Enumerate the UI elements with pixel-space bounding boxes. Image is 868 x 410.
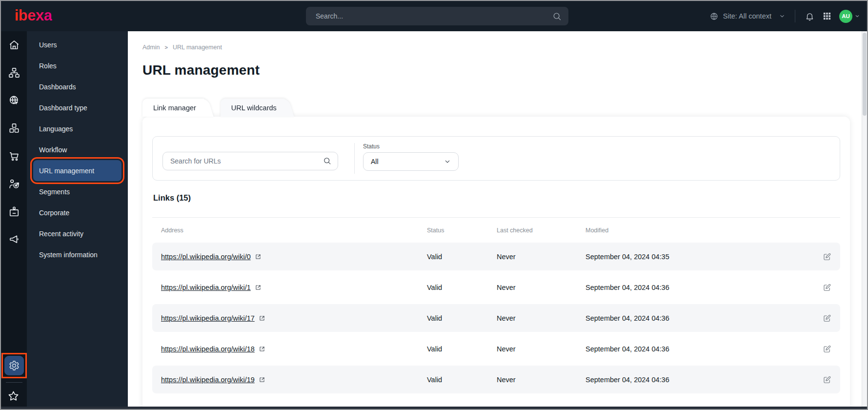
site-globe-icon[interactable] <box>7 93 21 108</box>
sidebar-item-users[interactable]: Users <box>33 34 121 55</box>
modified-value: September 04, 2024 04:35 <box>585 253 812 261</box>
last-checked-value: Never <box>497 345 585 353</box>
breadcrumb-current: URL management <box>173 44 222 51</box>
sidebar-item-roles[interactable]: Roles <box>33 55 121 76</box>
modified-value: September 04, 2024 04:36 <box>585 345 812 353</box>
column-status: Status <box>427 227 497 234</box>
column-modified: Modified <box>585 227 812 234</box>
breadcrumb-admin[interactable]: Admin <box>142 44 160 51</box>
status-value: Valid <box>427 314 497 322</box>
external-link-icon <box>259 346 265 352</box>
last-checked-value: Never <box>497 284 585 291</box>
status-label: Status <box>363 143 459 150</box>
status-select[interactable]: All <box>363 152 459 171</box>
filter-bar: Status All <box>152 136 840 181</box>
external-link-icon <box>259 376 265 383</box>
globe-icon <box>709 12 719 21</box>
modified-value: September 04, 2024 04:36 <box>585 314 812 322</box>
url-link[interactable]: https://pl.wikipedia.org/wiki/17 <box>161 314 255 322</box>
table-row: https://pl.wikipedia.org/wiki/19 Valid N… <box>152 366 840 393</box>
commerce-cart-icon[interactable] <box>7 149 21 164</box>
external-link-icon <box>255 284 262 291</box>
ibexa-logo: ibexa <box>15 7 52 24</box>
last-checked-value: Never <box>497 376 585 384</box>
sidebar-item-workflow[interactable]: Workflow <box>33 139 121 160</box>
filter-divider <box>354 143 355 174</box>
table-row: https://pl.wikipedia.org/wiki/0 Valid Ne… <box>152 243 840 270</box>
engage-target-icon[interactable] <box>7 177 21 191</box>
external-link-icon <box>259 315 265 322</box>
window-bottom-edge <box>1 407 867 409</box>
edit-icon[interactable] <box>823 252 831 261</box>
sidebar-item-languages[interactable]: Languages <box>33 118 121 139</box>
last-checked-value: Never <box>497 314 585 322</box>
topbar-divider <box>795 10 795 22</box>
table-row: https://pl.wikipedia.org/wiki/18 Valid N… <box>152 335 840 363</box>
status-value: Valid <box>427 376 497 384</box>
corporate-badge-icon[interactable] <box>7 205 21 219</box>
chevron-down-icon <box>779 13 786 20</box>
user-menu[interactable]: AU <box>839 10 860 23</box>
edit-icon[interactable] <box>823 345 831 353</box>
links-heading: Links (15) <box>153 193 840 203</box>
breadcrumb: Admin > URL management <box>142 44 862 51</box>
sidebar-item-recent-activity[interactable]: Recent activity <box>33 223 121 244</box>
search-icon <box>552 11 562 21</box>
settings-gear-icon[interactable] <box>4 356 24 375</box>
external-link-icon <box>255 253 262 260</box>
column-last-checked: Last checked <box>497 227 585 234</box>
sidebar-item-system-information[interactable]: System information <box>33 244 121 265</box>
url-search <box>162 143 338 180</box>
notifications-bell-icon[interactable] <box>805 11 815 21</box>
global-search-input[interactable] <box>306 7 568 25</box>
global-search <box>306 7 568 25</box>
status-value: Valid <box>427 253 497 261</box>
tab-link-manager[interactable]: Link manager <box>142 99 204 117</box>
sidebar-menu: UsersRolesDashboardsDashboard typeLangua… <box>27 31 128 409</box>
tabs: Link manager URL wildcards <box>142 99 862 117</box>
modified-value: September 04, 2024 04:36 <box>585 284 812 291</box>
topbar: ibexa Site: All context <box>1 1 867 31</box>
url-search-input[interactable] <box>162 152 338 170</box>
sidebar-item-url-management[interactable]: URL management <box>33 160 121 181</box>
sidebar-item-dashboards[interactable]: Dashboards <box>33 76 121 97</box>
rail-divider <box>6 382 22 383</box>
edit-icon[interactable] <box>823 375 831 384</box>
app-grid-icon[interactable] <box>822 11 832 21</box>
products-boxes-icon[interactable] <box>7 121 21 136</box>
avatar: AU <box>839 10 852 23</box>
icon-rail <box>1 31 27 409</box>
app-window: ibexa Site: All context <box>0 0 868 410</box>
bookmarks-star-icon[interactable] <box>7 389 21 403</box>
url-link[interactable]: https://pl.wikipedia.org/wiki/1 <box>161 284 251 291</box>
column-address: Address <box>161 227 427 234</box>
status-value: Valid <box>427 345 497 353</box>
sidebar-item-segments[interactable]: Segments <box>33 181 121 202</box>
topbar-actions: Site: All context AU <box>709 1 860 31</box>
site-context-selector[interactable]: Site: All context <box>709 12 786 21</box>
status-value: Valid <box>427 284 497 291</box>
edit-icon[interactable] <box>823 314 831 323</box>
edit-icon[interactable] <box>823 283 831 292</box>
last-checked-value: Never <box>497 253 585 261</box>
url-link[interactable]: https://pl.wikipedia.org/wiki/18 <box>161 345 255 353</box>
marketing-megaphone-icon[interactable] <box>7 232 21 247</box>
home-icon[interactable] <box>7 38 21 52</box>
site-context-label: Site: All context <box>723 12 771 20</box>
link-manager-panel: Status All Links (15) Address Status Las… <box>142 117 850 409</box>
page-scrollbar[interactable] <box>862 31 867 409</box>
scrollbar-thumb[interactable] <box>863 33 867 116</box>
page-title: URL management <box>142 62 862 78</box>
table-row: https://pl.wikipedia.org/wiki/17 Valid N… <box>152 304 840 332</box>
status-filter: Status All <box>363 143 459 180</box>
content-tree-icon[interactable] <box>7 65 21 80</box>
sidebar-item-dashboard-type[interactable]: Dashboard type <box>33 97 121 118</box>
main-content: Admin > URL management URL management Li… <box>128 31 862 409</box>
url-link[interactable]: https://pl.wikipedia.org/wiki/0 <box>161 253 251 261</box>
annotation-highlight-settings <box>1 353 27 378</box>
sidebar-item-corporate[interactable]: Corporate <box>33 202 121 223</box>
table-header: Address Status Last checked Modified <box>152 217 840 243</box>
url-link[interactable]: https://pl.wikipedia.org/wiki/19 <box>161 376 255 384</box>
modified-value: September 04, 2024 04:36 <box>585 376 812 384</box>
tab-url-wildcards[interactable]: URL wildcards <box>221 99 284 117</box>
